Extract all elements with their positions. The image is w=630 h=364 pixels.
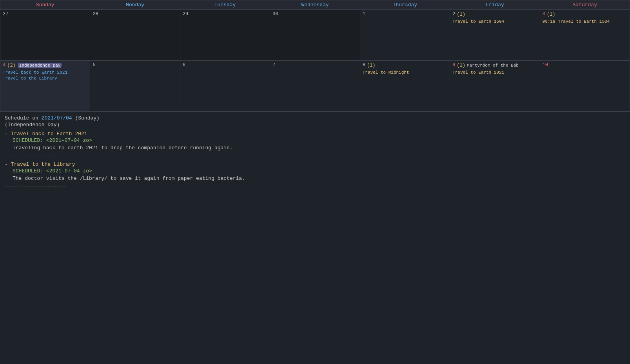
day-number: 2	[452, 11, 455, 17]
entry-desc-2: The doctor visits the /Library/ to save …	[5, 176, 625, 181]
entry-title-2: - Travel to the Library	[5, 161, 625, 167]
calendar-container: Sunday Monday Tuesday Wednesday Thursday…	[0, 0, 630, 195]
day-cell-2[interactable]: 2 (1) Travel to Earth 1504	[450, 10, 540, 61]
schedule-header: Schedule on 2021/07/04 (Sunday)	[5, 115, 625, 121]
holiday-text: Martyrdom of the Báb	[467, 63, 519, 68]
day-number: 10	[543, 62, 627, 68]
day-cell-6[interactable]: 6	[180, 61, 270, 112]
event-travel-earth-2021: Travel to Earth 2021	[452, 70, 537, 76]
day-number: 1	[363, 11, 447, 17]
day-number: 6	[183, 62, 267, 68]
entry-scheduled-2: SCHEDULED: <2021-07-04 zo>	[5, 168, 625, 174]
day-cell-1[interactable]: 1	[360, 10, 450, 61]
schedule-holiday: (Independence Day)	[5, 122, 625, 128]
day-cell-3[interactable]: 3 (1) 09:18 Travel to Earth 1504	[540, 10, 630, 61]
schedule-entry-1: - Travel back to Earth 2021 SCHEDULED: <…	[5, 131, 625, 151]
day-number: 28	[93, 11, 177, 17]
day-number: 5	[93, 62, 177, 68]
day-cell-8[interactable]: 8 (1) Travel to Midnight	[360, 61, 450, 112]
schedule-divider-2: --------------------	[5, 184, 625, 190]
calendar-grid: Sunday Monday Tuesday Wednesday Thursday…	[0, 0, 630, 112]
entry-scheduled-1: SCHEDULED: <2021-07-04 zo>	[5, 138, 625, 143]
day-cell-29[interactable]: 29	[180, 10, 270, 61]
day-number: 4	[3, 62, 5, 68]
day-number: 8	[363, 62, 365, 68]
day-number: 30	[272, 11, 357, 17]
header-friday: Friday	[450, 0, 540, 10]
event-count: (1)	[457, 63, 465, 68]
header-tuesday: Tuesday	[180, 0, 270, 10]
event-travel-midnight: Travel to Midnight	[363, 70, 447, 76]
schedule-entry-2: - Travel to the Library SCHEDULED: <2021…	[5, 161, 625, 181]
day-cell-10[interactable]: 10	[540, 61, 630, 112]
day-number: 3	[543, 11, 545, 17]
schedule-day: (Sunday)	[72, 115, 100, 121]
entry-title-1: - Travel back to Earth 2021	[5, 131, 625, 137]
day-number: 7	[272, 62, 357, 68]
schedule-divider-1: --------------------	[5, 153, 625, 159]
event-travel-library: Travel to the Library	[3, 76, 87, 81]
event-count: (1)	[457, 12, 465, 17]
day-cell-5[interactable]: 5	[90, 61, 180, 112]
day-cell-7[interactable]: 7	[270, 61, 360, 112]
day-cell-28[interactable]: 28	[90, 10, 180, 61]
day-cell-9[interactable]: 9 (1) Martyrdom of the Báb Travel to Ear…	[450, 61, 540, 112]
header-sunday: Sunday	[0, 0, 90, 10]
event-count: (1)	[547, 12, 556, 17]
header-saturday: Saturday	[540, 0, 630, 10]
day-cell-4[interactable]: 4 (2) Independence Day Travel back to Ea…	[0, 61, 90, 112]
day-cell-27[interactable]: 27	[0, 10, 90, 61]
header-thursday: Thursday	[360, 0, 450, 10]
event-count: (1)	[367, 63, 376, 68]
event-count: (2)	[7, 63, 16, 68]
event-travel-earth-1504-sat: 09:18 Travel to Earth 1504	[543, 19, 627, 25]
day-number: 27	[3, 11, 87, 17]
holiday-badge: Independence Day	[18, 63, 62, 68]
schedule-date-link[interactable]: 2021/07/04	[42, 115, 72, 121]
schedule-section: Schedule on 2021/07/04 (Sunday) (Indepen…	[0, 112, 630, 195]
header-monday: Monday	[90, 0, 180, 10]
day-number: 9	[452, 62, 455, 68]
entry-desc-1: Traveling back to earth 2021 to drop the…	[5, 145, 625, 151]
day-cell-30[interactable]: 30	[270, 10, 360, 61]
header-wednesday: Wednesday	[270, 0, 360, 10]
schedule-prefix: Schedule on	[5, 115, 42, 121]
event-travel-earth-1504-fri: Travel to Earth 1504	[452, 19, 537, 25]
day-number: 29	[183, 11, 267, 17]
event-travel-back-earth: Travel back to Earth 2021	[3, 70, 87, 76]
